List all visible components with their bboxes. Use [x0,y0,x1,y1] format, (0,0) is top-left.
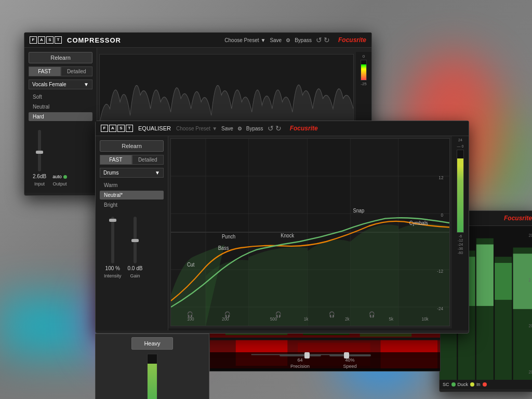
equaliser-window: F A S T EQUALISER Choose Preset ▼ Save ⚙… [95,121,469,334]
comp-meter-bar [361,60,367,81]
intensity-slider-thumb[interactable] [109,219,116,222]
eq-undo-icon[interactable]: ↺ [268,124,274,132]
speed-slider[interactable] [329,354,371,356]
ducking-panel: Heavy 82% Ducking [95,334,209,399]
equaliser-body: Relearn FAST Detailed Drums ▼ Warm Neutr… [96,136,469,330]
eq-meter-bar [457,150,464,233]
eq-meter-fill [457,158,463,232]
compressor-relearn-button[interactable]: Relearn [29,52,92,63]
eq-meter-label-12: -12 [458,238,463,242]
svg-text:🎧: 🎧 [329,311,335,318]
fast-a: A [38,36,45,44]
style-hard[interactable]: Hard [29,112,92,121]
eq-meter-col: 24 — 0 -6 -12 -24 -36 -60 [452,136,469,330]
redo-icon[interactable]: ↻ [324,36,330,44]
equaliser-relearn-button[interactable]: Relearn [100,140,164,152]
compressor-bypass-button[interactable]: Bypass [295,37,312,43]
svg-text:🎧: 🎧 [275,311,282,318]
svg-text:2k: 2k [345,316,350,322]
gain-slider-thumb[interactable] [131,239,139,242]
equaliser-tab-group: FAST Detailed [100,155,164,165]
compressor-title: COMPRESSOR [67,36,121,44]
gain-label: Gain [130,273,140,278]
intensity-slider-track[interactable] [111,217,114,263]
settings-icon[interactable]: ⚙ [286,37,290,43]
equaliser-main: Cut Bass Punch Knock Snap Cymbals 12 0 -… [168,136,452,330]
eq-fast-a: A [109,125,116,132]
compressor-tab-fast[interactable]: FAST [29,66,61,76]
eq-style-warm[interactable]: Warm [100,181,164,190]
precision-slider[interactable] [280,354,321,356]
eq-preset-select[interactable]: Drums ▼ [100,168,164,178]
svg-text:12: 12 [438,175,443,180]
in-dot [483,382,487,387]
compressor-tab-group: FAST Detailed [29,66,92,76]
output-label: Output [52,181,66,187]
eq-choose-preset[interactable]: Choose Preset ▼ [176,126,217,131]
precision-thumb[interactable] [304,352,310,358]
eq-bypass-button[interactable]: Bypass [246,126,263,131]
intensity-slider-col: 100 % Intensity [104,217,122,278]
eq-tab-fast[interactable]: FAST [100,155,132,165]
eq-fast-s: S [117,125,125,132]
precision-wrap: 64 Precision [280,354,321,369]
speed-wrap: 40% Speed [329,354,371,369]
equaliser-canvas-svg: Cut Bass Punch Knock Snap Cymbals 12 0 -… [171,139,449,326]
eq-style-neutral[interactable]: Neutral* [100,191,164,200]
compressor-choose-preset[interactable]: Choose Preset ▼ [224,37,265,43]
input-slider-thumb[interactable] [36,151,43,154]
duck-dot [470,382,474,387]
input-label: Input [34,181,45,187]
equaliser-style-list: Warm Neutral* Bright [100,181,164,209]
precision-value: 64 [297,357,302,363]
equaliser-focusrite-logo: Focusrite [290,125,318,132]
eq-save-button[interactable]: Save [221,126,233,131]
style-soft[interactable]: Soft [29,92,92,101]
compressor-title-bar: F A S T COMPRESSOR Choose Preset ▼ Save … [24,33,371,48]
equaliser-controls: Choose Preset ▼ Save ⚙ Bypass ↺ ↻ Focusr… [176,124,318,132]
compressor-save-button[interactable]: Save [270,37,282,43]
sc-dot-green [451,382,456,387]
sc-label: SC [443,382,449,387]
svg-text:1k: 1k [304,316,309,322]
svg-text:Knock: Knock [281,232,295,238]
eq-redo-icon[interactable]: ↻ [275,124,282,132]
heavy-button[interactable]: Heavy [131,337,173,350]
duck-label: Duck [458,382,469,387]
fast-s: S [46,36,54,44]
svg-text:🎧: 🎧 [187,311,193,318]
eq-tab-detailed[interactable]: Detailed [132,155,164,165]
compressor-sliders: 2.6dB Input auto Output [29,124,92,189]
compressor-tab-detailed[interactable]: Detailed [61,66,93,76]
svg-text:🎧: 🎧 [224,311,231,318]
eq-meter-label-0: — 0 [457,144,464,148]
eq-meter-label-24: 24 [458,138,462,142]
compressor-focusrite-logo: Focusrite [338,36,366,44]
fast-f: F [30,36,37,44]
eq-fast-f: F [101,125,108,132]
svg-text:5k: 5k [389,316,394,322]
svg-text:10k: 10k [421,316,429,322]
style-neutral[interactable]: Neutral [29,102,92,111]
eq-preset-dropdown-icon: ▼ [155,170,160,176]
svg-text:-24: -24 [437,305,443,311]
speed-thumb[interactable] [344,352,349,358]
intensity-label: Intensity [104,273,122,278]
svg-text:Bass: Bass [218,245,229,251]
svg-rect-66 [495,263,512,300]
eq-style-bright[interactable]: Bright [100,201,164,209]
gain-slider-track[interactable] [134,217,137,263]
undo-icon[interactable]: ↺ [316,36,322,44]
comp-output-slider-col: auto Output [52,174,67,187]
compressor-preset-select[interactable]: Vocals Female ▼ [29,79,92,89]
svg-text:Snap: Snap [353,207,364,214]
eq-meter-label-24b: -24 [458,243,463,246]
speed-label: Speed [343,364,356,369]
input-slider-track[interactable] [38,130,41,171]
eq-meter-label-60: -60 [458,251,463,255]
svg-text:Cymbals: Cymbals [409,220,428,226]
svg-text:-12: -12 [437,268,443,274]
equaliser-canvas: Cut Bass Punch Knock Snap Cymbals 12 0 -… [170,138,450,326]
eq-settings-icon[interactable]: ⚙ [237,126,242,131]
comp-db-value: 2.6dB [33,174,46,179]
